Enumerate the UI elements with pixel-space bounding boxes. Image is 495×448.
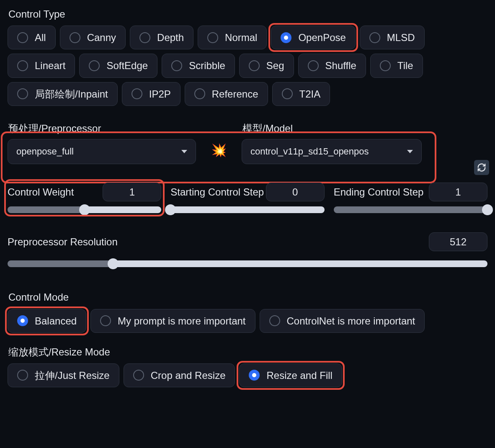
control-type-option-label: All xyxy=(35,31,46,44)
resize-mode-option-label: Resize and Fill xyxy=(266,369,332,382)
control-type-option-label: Shuffle xyxy=(325,59,356,72)
radio-icon xyxy=(269,315,280,326)
model-label: 模型/Model xyxy=(242,122,422,135)
control-mode-option-my-prompt-is-more-important[interactable]: My prompt is more important xyxy=(90,309,255,333)
control-type-option-t2ia[interactable]: T2IA xyxy=(272,82,330,106)
starting-step-label: Starting Control Step xyxy=(170,185,264,198)
radio-icon xyxy=(249,60,260,71)
preproc-resolution-label: Preprocessor Resolution xyxy=(8,235,118,248)
control-type-option-label: Tile xyxy=(397,59,413,72)
control-type-option-all[interactable]: All xyxy=(8,26,56,49)
control-weight-label: Control Weight xyxy=(8,185,74,198)
preprocessor-value: openpose_full xyxy=(16,146,74,158)
control-type-option-ip2p[interactable]: IP2P xyxy=(122,82,180,106)
control-type-option-softedge[interactable]: SoftEdge xyxy=(79,54,157,77)
control-mode-label: Control Mode xyxy=(8,291,487,304)
control-type-option-openpose[interactable]: OpenPose xyxy=(271,26,355,49)
control-type-option-shuffle[interactable]: Shuffle xyxy=(298,54,366,77)
starting-step-value[interactable]: 0 xyxy=(266,183,325,201)
radio-icon xyxy=(249,370,260,381)
control-type-option-label: T2IA xyxy=(299,88,321,100)
control-type-option-label: Normal xyxy=(225,31,257,44)
control-type-option-label: Reference xyxy=(212,88,258,100)
control-type-option-label: Canny xyxy=(87,31,116,44)
control-type-option-label: Seg xyxy=(266,59,284,72)
chevron-down-icon xyxy=(407,150,413,153)
control-type-option-label: IP2P xyxy=(149,88,171,100)
resize-mode-label: 缩放模式/Resize Mode xyxy=(8,345,487,358)
ending-step-label: Ending Control Step xyxy=(334,185,424,198)
control-type-option-label: SoftEdge xyxy=(106,59,148,72)
radio-icon xyxy=(17,315,28,326)
control-type-option-tile[interactable]: Tile xyxy=(370,54,423,77)
preproc-resolution-slider[interactable] xyxy=(8,260,487,267)
radio-icon xyxy=(17,60,28,71)
control-mode-option-balanced[interactable]: Balanced xyxy=(8,309,86,333)
control-type-option-normal[interactable]: Normal xyxy=(198,26,267,49)
radio-icon xyxy=(194,88,205,99)
radio-icon xyxy=(17,370,28,381)
radio-icon xyxy=(131,88,142,99)
radio-icon xyxy=(70,32,80,43)
resize-mode-option-label: Crop and Resize xyxy=(151,369,226,382)
preproc-resolution-value[interactable]: 512 xyxy=(429,232,487,251)
radio-icon xyxy=(282,88,293,99)
preprocessor-dropdown[interactable]: openpose_full xyxy=(8,139,196,164)
control-mode-group: BalancedMy prompt is more importantContr… xyxy=(8,309,487,333)
radio-icon xyxy=(281,32,291,43)
radio-icon xyxy=(139,32,150,43)
model-dropdown[interactable]: control_v11p_sd15_openpos xyxy=(242,139,422,164)
explode-icon[interactable]: 💥 xyxy=(209,142,229,158)
control-mode-option-label: My prompt is more important xyxy=(118,314,245,327)
resize-mode-option-resize-and-fill[interactable]: Resize and Fill xyxy=(239,363,342,387)
ending-step-slider[interactable] xyxy=(334,206,487,213)
radio-icon xyxy=(17,88,28,99)
chevron-down-icon xyxy=(181,150,187,153)
ending-step-value[interactable]: 1 xyxy=(429,183,487,201)
control-type-option-inpaint[interactable]: 局部绘制/Inpaint xyxy=(8,82,118,106)
control-weight-value[interactable]: 1 xyxy=(103,183,161,201)
resize-mode-option-label: 拉伸/Just Resize xyxy=(35,369,110,382)
control-mode-option-controlnet-is-more-important[interactable]: ControlNet is more important xyxy=(260,309,425,333)
control-type-option-depth[interactable]: Depth xyxy=(130,26,193,49)
radio-icon xyxy=(171,60,182,71)
radio-icon xyxy=(100,315,111,326)
control-type-option-label: Depth xyxy=(157,31,184,44)
control-weight-slider[interactable] xyxy=(8,206,161,213)
radio-icon xyxy=(17,32,28,43)
control-type-label: Control Type xyxy=(8,8,487,21)
control-type-group: AllCannyDepthNormalOpenPoseMLSDLineartSo… xyxy=(8,26,487,106)
control-mode-option-label: Balanced xyxy=(35,314,77,327)
radio-icon xyxy=(380,60,391,71)
radio-icon xyxy=(308,60,319,71)
refresh-icon[interactable] xyxy=(474,160,489,175)
resize-mode-option-just-resize[interactable]: 拉伸/Just Resize xyxy=(8,363,119,387)
control-type-option-scribble[interactable]: Scribble xyxy=(162,54,235,77)
resize-mode-group: 拉伸/Just ResizeCrop and ResizeResize and … xyxy=(8,363,487,387)
control-type-option-label: MLSD xyxy=(387,31,415,44)
control-mode-option-label: ControlNet is more important xyxy=(287,314,415,327)
control-type-option-label: OpenPose xyxy=(298,31,345,44)
radio-icon xyxy=(369,32,380,43)
radio-icon xyxy=(133,370,144,381)
control-type-option-canny[interactable]: Canny xyxy=(60,26,126,49)
control-type-option-seg[interactable]: Seg xyxy=(239,54,294,77)
control-type-option-reference[interactable]: Reference xyxy=(185,82,268,106)
preprocessor-label: 预处理/Preprocessor xyxy=(8,122,196,135)
control-type-option-label: 局部绘制/Inpaint xyxy=(35,88,108,100)
radio-icon xyxy=(207,32,218,43)
resize-mode-option-crop-and-resize[interactable]: Crop and Resize xyxy=(124,363,235,387)
control-type-option-label: Lineart xyxy=(35,59,65,72)
control-type-option-label: Scribble xyxy=(189,59,225,72)
control-type-option-mlsd[interactable]: MLSD xyxy=(360,26,425,49)
control-type-option-lineart[interactable]: Lineart xyxy=(8,54,75,77)
radio-icon xyxy=(89,60,100,71)
starting-step-slider[interactable] xyxy=(170,206,324,213)
model-value: control_v11p_sd15_openpos xyxy=(250,146,369,158)
